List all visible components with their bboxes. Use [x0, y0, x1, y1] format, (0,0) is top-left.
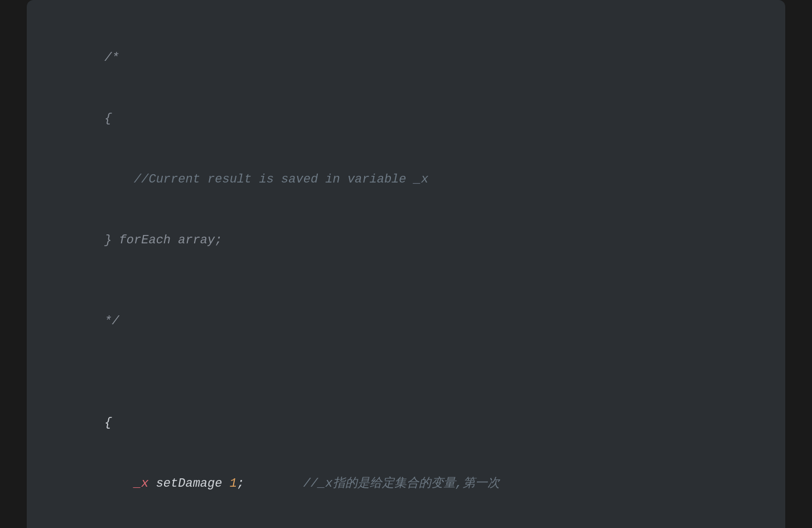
- code-line-5: */: [60, 291, 752, 352]
- code-line-2: {: [60, 89, 752, 150]
- code-editor: /* { //Current result is saved in variab…: [60, 28, 752, 528]
- code-line-empty-3: [60, 372, 752, 392]
- code-line-4: } forEach array;: [60, 210, 752, 271]
- code-line-empty-2: [60, 352, 752, 372]
- code-window: /* { //Current result is saved in variab…: [27, 0, 785, 528]
- code-line-1: /*: [60, 28, 752, 89]
- code-line-8: //第一次_x = unit1；第二次_x = unit2;: [60, 514, 752, 528]
- code-line-6: {: [60, 392, 752, 453]
- code-line-empty-1: [60, 271, 752, 291]
- code-line-3: //Current result is saved in variable _x: [60, 150, 752, 210]
- code-line-7: _x setDamage 1; //_x指的是给定集合的变量,第一次: [60, 453, 752, 514]
